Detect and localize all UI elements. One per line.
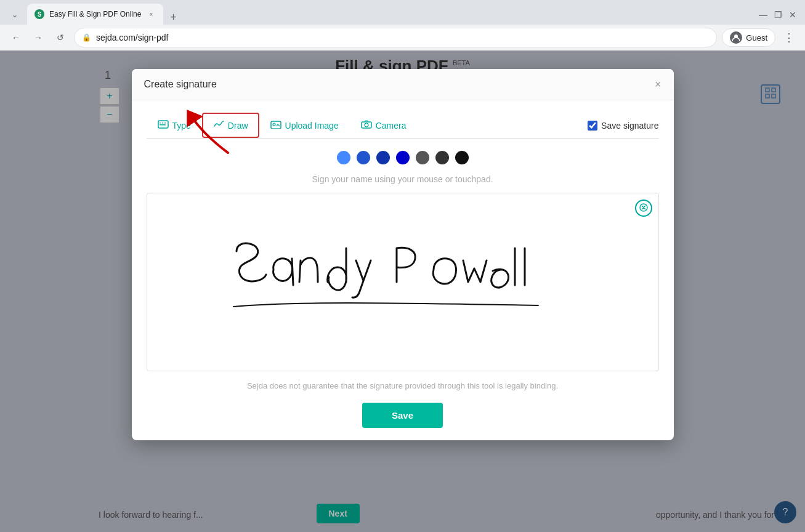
modal-header: Create signature ×: [132, 69, 674, 100]
svg-rect-6: [160, 123, 161, 124]
new-tab-button[interactable]: +: [166, 10, 180, 25]
tab-list-button[interactable]: ⌄: [7, 7, 22, 22]
title-bar: ⌄ S Easy Fill & Sign PDF Online × + — ❐ …: [0, 0, 805, 25]
instruction-text: Sign your name using your mouse or touch…: [147, 174, 659, 184]
profile-button[interactable]: Guest: [722, 28, 775, 47]
color-blue-medium[interactable]: [357, 151, 370, 164]
tab-type[interactable]: Type: [147, 113, 202, 138]
window-controls: — ❐ ✕: [758, 10, 798, 20]
tab-upload[interactable]: Upload Image: [259, 113, 350, 138]
save-signature-group: Save signature: [588, 121, 658, 131]
tab-favicon: S: [34, 9, 44, 19]
svg-point-13: [365, 123, 368, 127]
profile-icon: [730, 31, 742, 44]
address-text: sejda.com/sign-pdf: [96, 33, 709, 42]
save-signature-button[interactable]: Save: [362, 403, 443, 428]
address-lock-icon: 🔒: [82, 33, 91, 42]
keyboard-icon: [158, 120, 169, 131]
disclaimer-text: Sejda does not guarantee that the signat…: [147, 381, 659, 390]
tab-bar: S Easy Fill & Sign PDF Online × +: [27, 5, 180, 25]
tab-draw[interactable]: Draw: [202, 113, 259, 138]
signature-canvas[interactable]: [147, 193, 659, 371]
close-button[interactable]: ✕: [788, 10, 798, 20]
svg-rect-7: [162, 123, 163, 124]
upload-image-icon: [270, 120, 281, 131]
create-signature-modal: Create signature ×: [132, 69, 674, 440]
modal-overlay: Create signature ×: [0, 50, 805, 532]
refresh-button[interactable]: ↺: [52, 29, 69, 46]
color-blue-dark[interactable]: [376, 151, 390, 164]
save-signature-checkbox[interactable]: [588, 121, 597, 131]
color-blue-light[interactable]: [337, 151, 350, 164]
modal-close-button[interactable]: ×: [655, 79, 661, 90]
canvas-clear-button[interactable]: [635, 200, 652, 217]
profile-label: Guest: [746, 33, 767, 42]
browser-chrome: ⌄ S Easy Fill & Sign PDF Online × + — ❐ …: [0, 0, 805, 50]
tab-upload-label: Upload Image: [285, 121, 339, 131]
back-button[interactable]: ←: [7, 29, 25, 46]
tab-close-button[interactable]: ×: [146, 9, 156, 19]
modal-title: Create signature: [144, 79, 217, 90]
draw-icon: [213, 120, 224, 131]
forward-button[interactable]: →: [30, 29, 47, 46]
clear-icon: [639, 203, 648, 214]
camera-icon: [361, 120, 372, 131]
tab-camera-label: Camera: [376, 121, 407, 131]
tab-title: Easy Fill & Sign PDF Online: [49, 10, 141, 18]
svg-point-11: [273, 123, 275, 126]
browser-menu-button[interactable]: ⋮: [780, 29, 798, 46]
color-dots-row: [147, 151, 659, 164]
color-black[interactable]: [455, 151, 469, 164]
save-signature-label: Save signature: [601, 121, 658, 131]
maximize-button[interactable]: ❐: [773, 10, 783, 20]
color-blue-deep[interactable]: [396, 151, 410, 164]
color-gray-dark[interactable]: [416, 151, 429, 164]
modal-body: Type Draw: [132, 100, 674, 440]
page-content: Fill & sign PDF BETA 1 + − I look forwar…: [0, 50, 805, 532]
tabs-row: Type Draw: [147, 113, 659, 139]
color-gray-darker[interactable]: [435, 151, 449, 164]
signature-display: [206, 214, 600, 350]
browser-toolbar: ← → ↺ 🔒 sejda.com/sign-pdf Guest ⋮: [0, 25, 805, 50]
svg-rect-9: [160, 124, 166, 126]
tab-type-label: Type: [172, 121, 191, 131]
tab-camera[interactable]: Camera: [350, 113, 418, 138]
active-tab[interactable]: S Easy Fill & Sign PDF Online ×: [27, 4, 163, 25]
minimize-button[interactable]: —: [758, 10, 768, 20]
tab-draw-label: Draw: [228, 121, 248, 131]
svg-rect-10: [271, 121, 281, 129]
svg-rect-8: [164, 123, 166, 124]
address-bar[interactable]: 🔒 sejda.com/sign-pdf: [74, 28, 717, 47]
